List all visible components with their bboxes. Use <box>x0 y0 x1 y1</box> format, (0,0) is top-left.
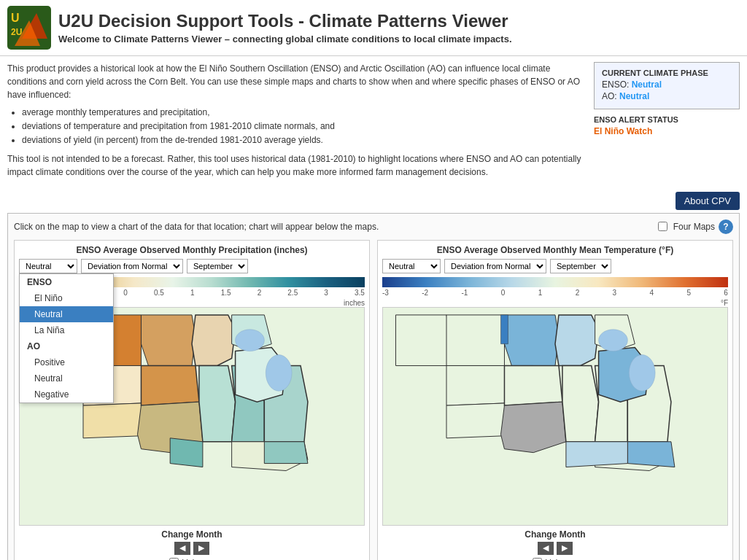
side-info: CURRENT CLIMATE PHASE ENSO: Neutral AO: … <box>594 62 740 183</box>
dropdown-neutral[interactable]: Neutral <box>20 306 113 322</box>
precip-label-7: 2 <box>258 289 262 297</box>
right-nav-arrows: ◀ ▶ <box>538 542 573 555</box>
bullet-2: deviations of temperature and precipitat… <box>22 120 587 133</box>
left-link-map-checkbox[interactable] <box>169 558 179 560</box>
svg-marker-27 <box>395 314 453 365</box>
dropdown-ao-neutral[interactable]: Neutral <box>20 370 113 386</box>
ao-section-label: AO <box>20 338 113 354</box>
precip-label-9: 3 <box>324 289 328 297</box>
bullet-1: average monthly temperatures and precipi… <box>22 106 587 120</box>
left-phase-dropdown-menu: ENSO El Niño Neutral La Niña AO Positive… <box>19 273 114 403</box>
left-nav-arrows: ◀ ▶ <box>174 542 209 555</box>
desc-para2: This tool is not intended to be a foreca… <box>7 152 587 179</box>
left-link-map-row: Link map <box>169 558 214 560</box>
right-phase-select[interactable]: Neutral <box>382 259 441 273</box>
desc-bullets: average monthly temperatures and precipi… <box>22 106 587 148</box>
left-map-title: ENSO Average Observed Monthly Precipitat… <box>19 245 365 255</box>
u2u-logo: U 2U <box>7 6 51 50</box>
svg-point-20 <box>266 354 292 391</box>
header: U 2U U2U Decision Support Tools - Climat… <box>0 0 747 56</box>
svg-marker-7 <box>192 314 236 365</box>
ao-label: AO: <box>602 91 617 101</box>
enso-value: Neutral <box>632 79 662 90</box>
enso-section-label: ENSO <box>20 274 113 290</box>
ao-phase-line: AO: Neutral <box>602 91 732 101</box>
temp-legend-labels: -3 -2 -1 0 1 2 3 4 5 6 <box>382 289 728 297</box>
temp-label-9: 6 <box>724 289 728 297</box>
main-content: This product provides a historical look … <box>0 56 747 189</box>
page-subtitle: Welcome to Climate Patterns Viewer – con… <box>58 34 512 44</box>
precip-label-5: 1 <box>190 289 195 297</box>
left-measure-select[interactable]: Deviation from Normal <box>81 259 183 273</box>
four-maps-label: Four Maps <box>673 222 715 232</box>
right-link-map-checkbox[interactable] <box>533 558 542 560</box>
temp-label-4: 1 <box>538 289 543 297</box>
temp-label-5: 2 <box>576 289 580 297</box>
svg-marker-42 <box>566 441 627 467</box>
about-row: About CPV <box>0 189 747 213</box>
left-map-panel: ENSO Average Observed Monthly Precipitat… <box>14 240 370 560</box>
help-icon[interactable]: ? <box>719 219 733 234</box>
maps-container: Click on the map to view a chart of the … <box>7 213 740 560</box>
desc-para1: This product provides a historical look … <box>7 62 587 101</box>
right-map-title: ENSO Average Observed Monthly Mean Tempe… <box>382 245 728 255</box>
svg-marker-28 <box>446 314 504 365</box>
dropdown-la-nina[interactable]: La Niña <box>20 322 113 338</box>
maps-row: ENSO Average Observed Monthly Precipitat… <box>14 240 733 560</box>
temp-label-2: -1 <box>462 289 468 297</box>
left-change-month: Change Month ◀ ▶ Link map <box>19 529 365 560</box>
page-title: U2U Decision Support Tools - Climate Pat… <box>58 11 512 32</box>
precip-label-6: 1.5 <box>221 289 231 297</box>
svg-marker-31 <box>504 365 562 405</box>
precip-label-4: 0.5 <box>154 289 164 297</box>
right-link-map-row: Link map <box>533 558 578 560</box>
left-prev-month-button[interactable]: ◀ <box>174 542 190 555</box>
right-legend: -3 -2 -1 0 1 2 3 4 5 6 °F <box>382 277 728 307</box>
about-cpv-button[interactable]: About CPV <box>676 192 740 210</box>
svg-point-38 <box>599 329 628 351</box>
svg-marker-32 <box>501 402 566 453</box>
right-next-month-button[interactable]: ▶ <box>557 542 573 555</box>
temp-label-8: 5 <box>686 289 691 297</box>
precip-label-3: 0 <box>123 289 128 297</box>
temp-legend-unit: °F <box>382 299 728 307</box>
right-measure-select[interactable]: Deviation from Normal <box>444 259 546 273</box>
ao-value: Neutral <box>619 91 649 101</box>
svg-marker-25 <box>504 314 559 369</box>
temp-label-0: -3 <box>382 289 389 297</box>
dropdown-positive[interactable]: Positive <box>20 354 113 370</box>
right-map-svg <box>383 308 727 525</box>
right-map-controls: Neutral Deviation from Normal September <box>382 259 728 273</box>
left-phase-dropdown[interactable]: Neutral ENSO El Niño Neutral La Niña AO … <box>19 259 77 273</box>
enso-phase-line: ENSO: Neutral <box>602 79 732 90</box>
right-prev-month-button[interactable]: ◀ <box>538 542 554 555</box>
four-maps-area: Four Maps ? <box>658 219 733 234</box>
dropdown-el-nino[interactable]: El Niño <box>20 290 113 306</box>
climate-phase-title: CURRENT CLIMATE PHASE <box>602 69 732 77</box>
temp-legend-bar <box>382 277 728 287</box>
left-phase-select[interactable]: Neutral <box>19 259 77 273</box>
right-change-month-label: Change Month <box>525 529 585 540</box>
climate-phase-box: CURRENT CLIMATE PHASE ENSO: Neutral AO: … <box>594 62 740 109</box>
left-change-month-label: Change Month <box>161 529 222 540</box>
temp-label-1: -2 <box>422 289 428 297</box>
description-block: This product provides a historical look … <box>7 62 587 183</box>
left-month-select[interactable]: September <box>187 259 248 273</box>
svg-text:U: U <box>11 12 20 24</box>
right-map-panel: ENSO Average Observed Monthly Mean Tempe… <box>377 240 733 560</box>
svg-marker-33 <box>562 365 599 441</box>
right-month-select[interactable]: September <box>550 259 611 273</box>
maps-top-bar: Click on the map to view a chart of the … <box>14 219 733 234</box>
temp-label-7: 4 <box>649 289 654 297</box>
alert-title: ENSO ALERT STATUS <box>594 115 740 124</box>
header-text-block: U2U Decision Support Tools - Climate Pat… <box>58 11 512 44</box>
svg-point-39 <box>629 354 655 391</box>
bullet-3: deviations of yield (in percent) from th… <box>22 133 587 147</box>
dropdown-negative[interactable]: Negative <box>20 386 113 402</box>
left-next-month-button[interactable]: ▶ <box>193 542 209 555</box>
four-maps-checkbox[interactable] <box>658 222 667 231</box>
left-map-controls: Neutral ENSO El Niño Neutral La Niña AO … <box>19 259 365 273</box>
right-map-area[interactable] <box>382 307 728 526</box>
svg-marker-22 <box>170 438 203 467</box>
svg-marker-43 <box>501 314 508 343</box>
